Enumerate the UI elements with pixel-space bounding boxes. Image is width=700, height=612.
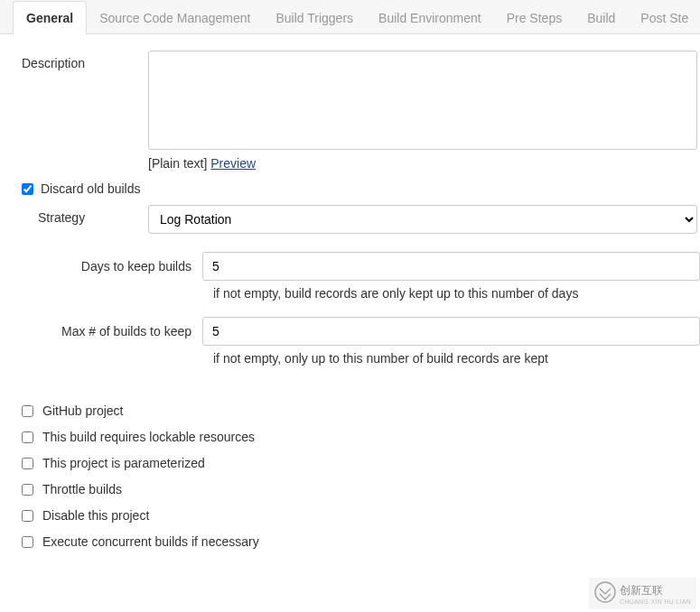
parameterized-checkbox[interactable]: [22, 458, 33, 469]
tab-build[interactable]: Build: [574, 2, 628, 33]
concurrent-builds-checkbox[interactable]: [22, 536, 33, 548]
tab-build-triggers[interactable]: Build Triggers: [263, 2, 366, 33]
tab-pre-steps[interactable]: Pre Steps: [494, 2, 574, 33]
days-help-text: if not empty, build records are only kep…: [213, 286, 700, 301]
github-project-checkbox[interactable]: [22, 405, 33, 417]
disable-project-checkbox[interactable]: [22, 510, 33, 522]
max-builds-input[interactable]: [202, 317, 700, 346]
tab-general[interactable]: General: [13, 1, 87, 34]
watermark-subtext: CHUANG XIN HU LIAN: [620, 598, 691, 605]
tab-post-steps[interactable]: Post Ste: [628, 2, 700, 33]
watermark-text: 创新互联: [620, 583, 691, 598]
tab-build-environment[interactable]: Build Environment: [366, 2, 494, 33]
throttle-builds-checkbox[interactable]: [22, 484, 33, 496]
preview-link[interactable]: Preview: [210, 156, 256, 171]
concurrent-builds-label: Execute concurrent builds if necessary: [42, 534, 259, 549]
max-builds-help-text: if not empty, only up to this number of …: [213, 351, 700, 366]
discard-old-builds-label: Discard old builds: [41, 181, 141, 196]
days-to-keep-input[interactable]: [202, 252, 700, 281]
discard-old-builds-checkbox[interactable]: [22, 183, 33, 195]
disable-project-label: Disable this project: [42, 508, 149, 523]
watermark: 创新互联 CHUANG XIN HU LIAN: [589, 578, 696, 609]
days-to-keep-label: Days to keep builds: [61, 259, 202, 274]
github-project-label: GitHub project: [42, 403, 123, 418]
parameterized-label: This project is parameterized: [42, 456, 205, 470]
lockable-resources-label: This build requires lockable resources: [42, 430, 255, 444]
description-label: Description: [22, 51, 148, 70]
max-builds-label: Max # of builds to keep: [61, 324, 202, 338]
lockable-resources-checkbox[interactable]: [22, 431, 33, 443]
logo-icon: [594, 581, 616, 606]
description-input[interactable]: [148, 51, 697, 150]
plain-text-label: [Plain text]: [148, 156, 207, 171]
general-panel: Description [Plain text] Preview Discard…: [0, 34, 700, 577]
strategy-select[interactable]: Log Rotation: [148, 205, 697, 234]
tabs: General Source Code Management Build Tri…: [0, 0, 700, 34]
tab-scm[interactable]: Source Code Management: [87, 2, 263, 33]
strategy-label: Strategy: [38, 205, 148, 225]
throttle-builds-label: Throttle builds: [42, 482, 122, 496]
